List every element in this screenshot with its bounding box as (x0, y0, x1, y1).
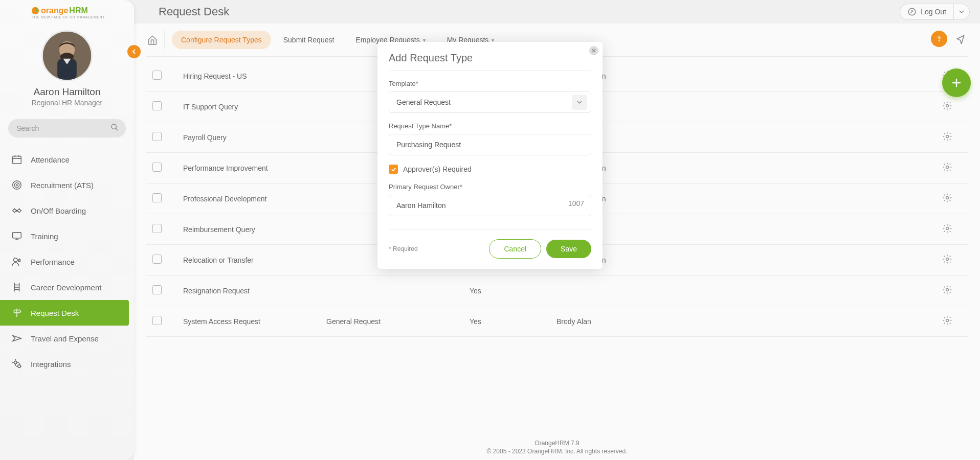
primary-owner-input[interactable] (389, 195, 591, 216)
owner-label: Primary Request Owner* (389, 183, 591, 191)
template-select-caret[interactable] (572, 95, 587, 110)
save-button[interactable]: Save (546, 240, 591, 258)
close-icon (592, 49, 596, 53)
template-label: Template* (389, 80, 591, 87)
modal-footer: * Required Cancel Save (389, 229, 591, 259)
approver-required-checkbox[interactable] (389, 165, 398, 174)
name-label: Request Type Name* (389, 122, 591, 130)
cancel-button[interactable]: Cancel (489, 239, 541, 259)
chevron-down-icon (577, 100, 582, 105)
check-icon (391, 167, 396, 172)
modal-title: Add Request Type (389, 52, 591, 71)
request-type-name-input[interactable] (389, 134, 591, 155)
approver-required-row[interactable]: Approver(s) Required (389, 165, 591, 174)
owner-code: 1007 (568, 199, 584, 208)
template-select[interactable]: General Request (389, 91, 591, 113)
modal-close-button[interactable] (589, 46, 598, 55)
add-request-type-modal: Add Request Type Template* General Reque… (377, 42, 603, 269)
approver-required-label: Approver(s) Required (403, 165, 472, 173)
required-note: * Required (389, 245, 418, 252)
